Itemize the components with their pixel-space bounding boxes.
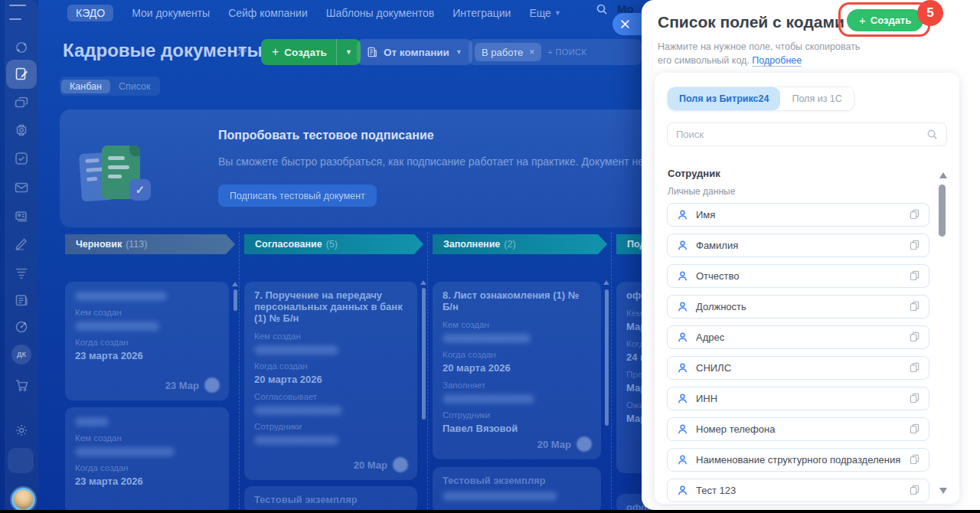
column-separator <box>611 232 612 513</box>
column-separator <box>239 232 240 513</box>
tab-bitrix24-fields[interactable]: Поля из Битрикс24 <box>668 87 780 110</box>
copy-icon[interactable] <box>910 208 920 222</box>
learn-more-link[interactable]: Подробнее <box>752 55 802 67</box>
fields-source-tabs: Поля из Битрикс24 Поля из 1С <box>667 87 854 111</box>
nav-tab-my-documents[interactable]: Мои документы <box>132 7 210 19</box>
plus-icon: + <box>859 14 866 27</box>
company-doc-icon <box>367 47 377 57</box>
nav-tab-more[interactable]: Еще▼ <box>529 7 560 19</box>
column-scrollbar[interactable] <box>605 289 609 426</box>
field-item-address[interactable]: Адрес <box>667 325 929 349</box>
copy-icon[interactable] <box>910 300 920 314</box>
tab-kanban[interactable]: Канбан <box>61 80 110 93</box>
crm-icon[interactable] <box>6 204 37 228</box>
list-scrollbar-thumb[interactable] <box>939 185 946 237</box>
kanban-card[interactable]: Кем создан Когда создан 23 марта 2026 <box>65 407 229 513</box>
left-sidebar: ДК <box>0 0 38 513</box>
column-separator <box>427 232 428 513</box>
column-scroll-up-icon[interactable] <box>232 282 238 286</box>
field-item-patronymic[interactable]: Отчество <box>667 264 929 288</box>
kanban-card[interactable]: Кем создан Когда создан 23 марта 2026 23… <box>65 282 229 400</box>
blurred-name <box>443 334 531 343</box>
kanban-card[interactable]: 8. Лист ознакомления (1) № Б/н Кем созда… <box>433 282 601 459</box>
chat-icon[interactable] <box>6 91 37 116</box>
kanban-column-approval[interactable]: Согласование(5) <box>244 234 423 254</box>
create-document-button[interactable]: +Создать ▼ <box>261 39 361 65</box>
mail-icon[interactable] <box>6 175 37 200</box>
tab-list[interactable]: Список <box>110 80 159 93</box>
from-company-button[interactable]: От компании ▼ <box>357 39 472 65</box>
marketing-icon[interactable] <box>6 315 37 339</box>
top-navigation: КЭДО Мои документы Сейф компании Шаблоны… <box>67 4 561 22</box>
column-scroll-up-icon[interactable] <box>603 280 609 285</box>
nav-tab-company-safe[interactable]: Сейф компании <box>228 7 308 19</box>
market-cart-icon[interactable] <box>6 373 37 397</box>
news-icon[interactable] <box>6 288 37 312</box>
field-item-snils[interactable]: СНИЛС <box>667 356 929 380</box>
list-scroll-down-icon[interactable] <box>939 488 947 494</box>
field-item-name[interactable]: Имя <box>667 203 929 227</box>
tab-1c-fields[interactable]: Поля из 1С <box>780 87 853 110</box>
copy-icon[interactable] <box>910 270 920 283</box>
person-icon <box>677 393 688 404</box>
blurred-name <box>254 406 342 415</box>
subsection-personal-data: Личные данные <box>668 186 735 197</box>
filter-search-placeholder[interactable]: + поиск <box>547 47 586 57</box>
fields-search-input[interactable] <box>676 129 926 140</box>
annotation-step-badge: 5 <box>917 0 943 26</box>
fields-search-box[interactable] <box>667 123 947 146</box>
column-scrollbar[interactable] <box>234 289 237 311</box>
copy-icon[interactable] <box>910 423 920 436</box>
kanban-card[interactable]: Тестовый экземпляр <box>244 486 417 513</box>
fields-slide-panel: Список полей с кодами +Создать 5 Нажмите… <box>642 0 980 510</box>
sign-documents-icon[interactable] <box>6 60 37 89</box>
create-field-button[interactable]: +Создать <box>847 9 923 31</box>
list-scroll-up-icon[interactable] <box>939 172 947 178</box>
menu-burger-icon[interactable] <box>9 5 26 6</box>
field-item-inn[interactable]: ИНН <box>667 387 929 410</box>
documents-illustration-icon: ✓ <box>79 144 163 217</box>
kanban-card[interactable]: 7. Поручение на передачу персональных да… <box>244 282 417 480</box>
filter-search-box[interactable]: В работе × + поиск <box>469 39 642 65</box>
sign-pen-icon[interactable] <box>6 231 37 256</box>
company-badge[interactable]: ДК <box>6 342 37 367</box>
panel-title: Список полей с кодами <box>658 13 844 31</box>
copy-icon[interactable] <box>910 331 920 345</box>
field-item-department[interactable]: Наименование структурного подразделения <box>667 448 929 472</box>
sales-funnel-icon[interactable] <box>6 260 37 285</box>
kanban-column-filling[interactable]: Заполнение(2) <box>433 234 607 254</box>
person-icon <box>677 240 688 251</box>
user-avatar[interactable] <box>11 488 35 511</box>
feed-icon[interactable] <box>6 35 37 60</box>
person-icon <box>677 362 688 374</box>
filter-chip-in-progress[interactable]: В работе × <box>475 43 541 61</box>
tasks-icon[interactable] <box>6 146 37 171</box>
field-item-position[interactable]: Должность <box>667 295 929 319</box>
sign-test-document-button[interactable]: Подписать тестовый документ <box>218 185 377 207</box>
kanban-column-draft[interactable]: Черновик(113) <box>65 234 235 254</box>
search-icon[interactable] <box>596 3 608 18</box>
sidebar-hidden-item[interactable] <box>8 448 34 473</box>
column-scroll-up-icon[interactable] <box>420 280 426 285</box>
copy-icon[interactable] <box>910 392 920 406</box>
remove-filter-icon[interactable]: × <box>529 47 534 57</box>
nav-tab-integrations[interactable]: Интеграции <box>452 7 511 19</box>
field-item-phone[interactable]: Номер телефона <box>667 417 929 441</box>
menu-burger-icon[interactable] <box>9 18 21 20</box>
blurred-title <box>75 417 109 426</box>
column-scrollbar[interactable] <box>422 288 426 420</box>
person-icon <box>677 454 688 466</box>
settings-gear-icon[interactable] <box>6 418 37 443</box>
blurred-name <box>254 345 338 355</box>
nav-tab-kedo[interactable]: КЭДО <box>67 5 113 21</box>
copy-icon[interactable] <box>910 239 920 253</box>
kanban-card[interactable]: Тестовый экземпляр <box>433 467 601 513</box>
copy-icon[interactable] <box>910 453 920 467</box>
nav-tab-templates[interactable]: Шаблоны документов <box>326 7 435 19</box>
copy-icon[interactable] <box>910 361 920 375</box>
field-item-surname[interactable]: Фамилия <box>667 234 929 257</box>
field-item-test123[interactable]: Тест 123 <box>667 479 929 502</box>
video-call-icon[interactable] <box>6 118 37 142</box>
pin-icon[interactable] <box>236 46 247 60</box>
copy-icon[interactable] <box>910 484 920 498</box>
